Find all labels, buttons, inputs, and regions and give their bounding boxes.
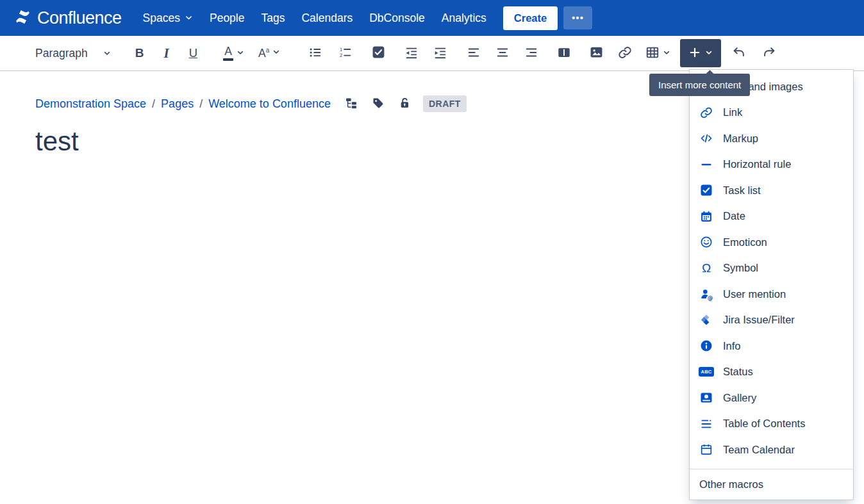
paragraph-style-label: Paragraph [35,47,88,60]
align-right-button[interactable] [524,45,538,61]
align-center-button[interactable] [495,45,510,61]
nav-calendars-label: Calendars [301,12,353,25]
insert-link-button[interactable] [618,45,632,61]
confluence-logo[interactable]: Confluence [14,8,122,28]
logo-text: Confluence [37,8,122,28]
nav-spaces[interactable]: Spaces [135,6,201,31]
menu-item-jira[interactable]: Jira Issue/Filter [690,307,853,334]
menu-item-label: Emoticon [723,236,767,248]
restrictions-button[interactable] [399,97,411,111]
menu-item-label: Markup [723,133,758,145]
symbol-omega-icon: Ω [699,261,713,275]
italic-button[interactable]: I [163,45,169,61]
app-header: Confluence Spaces People Tags Calendars … [0,0,864,36]
image-icon [590,45,603,61]
menu-item-markup[interactable]: Markup [690,126,853,152]
svg-text:@: @ [707,295,713,301]
menu-item-label: Task list [723,184,761,197]
breadcrumb-separator: / [146,97,161,111]
outdent-button[interactable] [404,45,419,61]
menu-item-label: Team Calendar [723,444,795,456]
menu-item-task-list[interactable]: Task list [690,177,853,204]
nav-spaces-label: Spaces [143,12,180,25]
menu-item-link[interactable]: Link [690,100,853,126]
menu-item-other-macros[interactable]: Other macros [690,469,853,500]
indent-button[interactable] [433,45,447,61]
labels-button[interactable] [372,97,385,111]
team-calendar-icon [699,443,713,456]
link-icon [618,45,632,61]
insert-files-images-button[interactable] [590,45,603,61]
svg-text:2: 2 [340,53,343,58]
align-right-icon [524,45,538,61]
menu-item-emoticon[interactable]: Emoticon [690,229,853,256]
nav-people[interactable]: People [201,6,253,31]
page-layout-button[interactable] [557,45,571,61]
redo-button[interactable] [762,45,776,61]
paragraph-style-dropdown[interactable]: Paragraph [35,47,111,60]
nav-tags-label: Tags [261,12,285,25]
text-color-button[interactable]: A [223,46,244,61]
menu-item-date[interactable]: Date [690,204,853,230]
underline-button[interactable]: U [189,46,197,60]
chevron-down-icon [103,47,111,60]
numbered-list-icon: 12 [338,45,353,61]
menu-item-label: Jira Issue/Filter [723,314,795,326]
gallery-icon [699,391,713,404]
align-center-icon [495,45,510,61]
bullet-list-button[interactable] [308,45,322,61]
chevron-down-icon [237,49,244,58]
numbered-list-button[interactable]: 12 [338,45,353,61]
page-layout-icon [557,45,571,61]
insert-table-button[interactable] [645,45,670,61]
more-formatting-button[interactable]: Aa [258,47,280,59]
markup-icon [699,132,713,145]
menu-item-gallery[interactable]: Gallery [690,385,853,411]
chevron-down-icon [185,12,193,25]
undo-icon [732,45,746,61]
page-tree-button[interactable] [345,97,358,111]
horizontal-rule-icon [699,158,713,171]
header-more-button[interactable]: ••• [563,6,592,29]
bold-button[interactable]: B [135,46,144,60]
menu-item-status[interactable]: ABC Status [690,359,853,386]
menu-item-label: Info [723,340,741,352]
undo-button[interactable] [732,45,746,61]
emoticon-icon [699,236,713,248]
menu-item-symbol[interactable]: Ω Symbol [690,256,853,282]
insert-content-button[interactable] [680,39,721,67]
align-left-button[interactable] [467,45,481,61]
nav-tags[interactable]: Tags [253,6,293,31]
menu-item-user-mention[interactable]: @ User mention [690,281,853,307]
task-checkbox-icon [372,45,385,61]
breadcrumb-space-link[interactable]: Demonstration Space [35,97,146,111]
nav-dbconsole[interactable]: DbConsole [361,6,433,31]
tag-icon [372,97,385,111]
user-mention-icon: @ [699,288,713,301]
menu-item-info[interactable]: Info [690,333,853,359]
breadcrumb-pages-link[interactable]: Pages [161,97,194,111]
menu-item-label: Link [723,106,742,118]
insert-plus-icon [688,46,701,61]
svg-text:1: 1 [340,46,343,52]
text-color-icon: A [223,46,233,61]
menu-item-label: Gallery [723,392,756,404]
nav-analytics[interactable]: Analytics [433,6,495,31]
nav-analytics-label: Analytics [442,12,486,25]
page-tree-icon [345,97,358,111]
nav-calendars[interactable]: Calendars [293,6,361,31]
breadcrumb-separator: / [194,97,208,111]
info-icon [699,339,713,352]
task-list-icon [699,184,713,197]
table-icon [645,45,660,61]
menu-item-horizontal-rule[interactable]: Horizontal rule [690,152,853,178]
draft-badge: DRAFT [423,95,467,112]
task-list-button[interactable] [372,45,385,61]
create-button[interactable]: Create [503,6,558,30]
menu-item-label: Date [723,210,745,222]
menu-item-table-of-contents[interactable]: Table of Contents [690,411,853,437]
menu-item-team-calendar[interactable]: Team Calendar [690,437,853,463]
bullet-list-icon [308,45,322,61]
breadcrumb-page-link[interactable]: Welcome to Confluence [208,97,331,111]
menu-item-label: User mention [723,288,786,300]
